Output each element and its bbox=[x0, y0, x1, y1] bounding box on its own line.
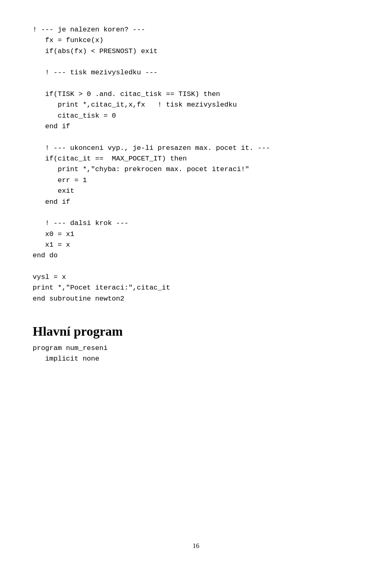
section-heading: Hlavní program bbox=[33, 324, 359, 339]
page-container: ! --- je nalezen koren? --- fx = funkce(… bbox=[0, 0, 392, 566]
main-code-block: ! --- je nalezen koren? --- fx = funkce(… bbox=[33, 25, 359, 304]
section-code-block: program num_reseni implicit none bbox=[33, 343, 359, 365]
page-number: 16 bbox=[193, 542, 199, 550]
